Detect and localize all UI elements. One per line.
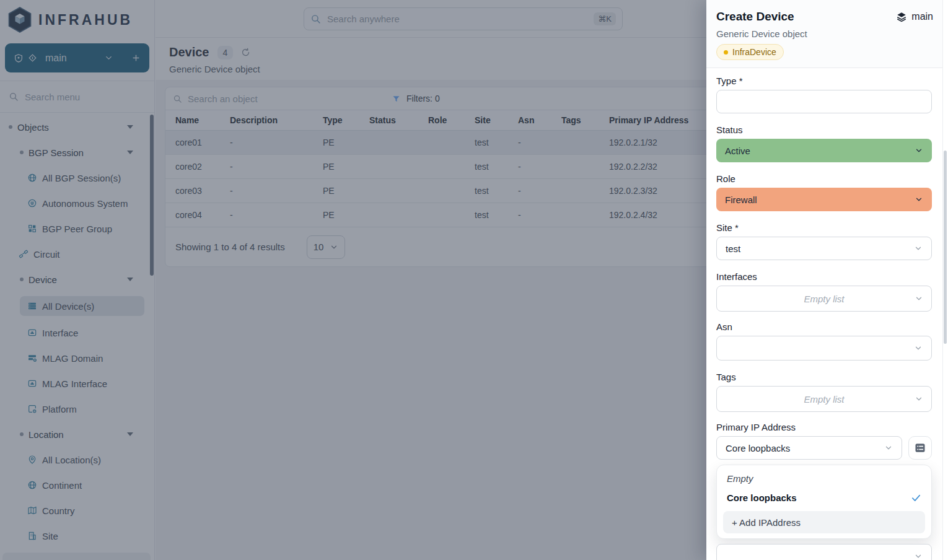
add-ipaddress-button[interactable]: + Add IPAddress	[723, 511, 925, 533]
tags-select[interactable]: Empty list	[716, 386, 932, 412]
status-value: Active	[725, 146, 750, 156]
add-ipaddress-label: + Add IPAddress	[732, 517, 801, 528]
role-select[interactable]: Firewall	[716, 188, 932, 211]
field-type: Type *	[716, 76, 932, 113]
asn-select[interactable]	[716, 336, 932, 361]
drawer-title: Create Device	[716, 10, 794, 24]
option-label: Empty	[727, 473, 753, 484]
next-field-select-partial[interactable]	[716, 544, 932, 560]
kind-badge: InfraDevice	[716, 44, 784, 60]
primary-ip-select[interactable]: Core loopbacks	[716, 436, 902, 460]
drawer-branch: main	[896, 11, 933, 22]
dropdown-option-empty[interactable]: Empty	[721, 469, 928, 488]
chevron-down-icon	[914, 552, 923, 560]
type-input[interactable]	[716, 90, 932, 113]
drawer-header: Create Device main Generic Device object…	[706, 0, 948, 68]
field-role: Role Firewall	[716, 173, 932, 211]
field-site: Site * test	[716, 222, 932, 260]
interfaces-select[interactable]: Empty list	[716, 286, 932, 312]
field-label: Interfaces	[716, 271, 932, 282]
layers-icon	[896, 11, 907, 22]
field-status: Status Active	[716, 125, 932, 162]
field-primary-ip: Primary IP Address Core loopbacks Empty	[716, 422, 932, 560]
create-device-drawer: Create Device main Generic Device object…	[706, 0, 948, 560]
chevron-down-icon	[884, 444, 893, 452]
app-root: INFRAHUB main Search menu Objects BGP Se…	[0, 0, 948, 560]
empty-list-placeholder: Empty list	[804, 394, 844, 405]
role-value: Firewall	[725, 195, 757, 205]
field-label: Asn	[716, 322, 932, 332]
check-icon	[911, 492, 921, 503]
kind-badge-label: InfraDevice	[732, 47, 776, 57]
drawer-subtitle: Generic Device object	[716, 28, 933, 39]
field-label: Role	[716, 173, 932, 184]
status-select[interactable]: Active	[716, 139, 932, 162]
chevron-down-icon	[915, 146, 923, 155]
list-details-icon	[914, 442, 926, 454]
option-label: Core loopbacks	[727, 492, 797, 503]
primary-ip-dropdown: Empty Core loopbacks + Add IPAddress	[716, 465, 932, 539]
primary-ip-value: Core loopbacks	[726, 443, 790, 453]
field-label: Type *	[716, 76, 932, 86]
chevron-down-icon	[915, 294, 923, 303]
chevron-down-icon	[914, 344, 923, 352]
field-label: Status	[716, 125, 932, 135]
dropdown-option-core-loopbacks[interactable]: Core loopbacks	[721, 488, 928, 507]
site-select[interactable]: test	[716, 237, 932, 260]
chevron-down-icon	[915, 195, 923, 204]
drawer-scrollbar[interactable]	[942, 0, 948, 560]
field-tags: Tags Empty list	[716, 372, 932, 412]
field-label: Site *	[716, 222, 932, 233]
chevron-down-icon	[914, 244, 923, 253]
create-device-form: Type * Status Active Role Firewall Site …	[706, 68, 948, 560]
field-label: Tags	[716, 372, 932, 382]
field-label: Primary IP Address	[716, 422, 932, 432]
field-asn: Asn	[716, 322, 932, 361]
empty-list-placeholder: Empty list	[804, 294, 844, 304]
drawer-scrollbar-thumb[interactable]	[944, 151, 947, 344]
site-value: test	[726, 243, 740, 254]
open-list-view-button[interactable]	[908, 436, 932, 460]
chevron-down-icon	[915, 395, 923, 403]
badge-dot	[724, 50, 728, 55]
drawer-branch-name: main	[911, 11, 933, 22]
field-interfaces: Interfaces Empty list	[716, 271, 932, 312]
